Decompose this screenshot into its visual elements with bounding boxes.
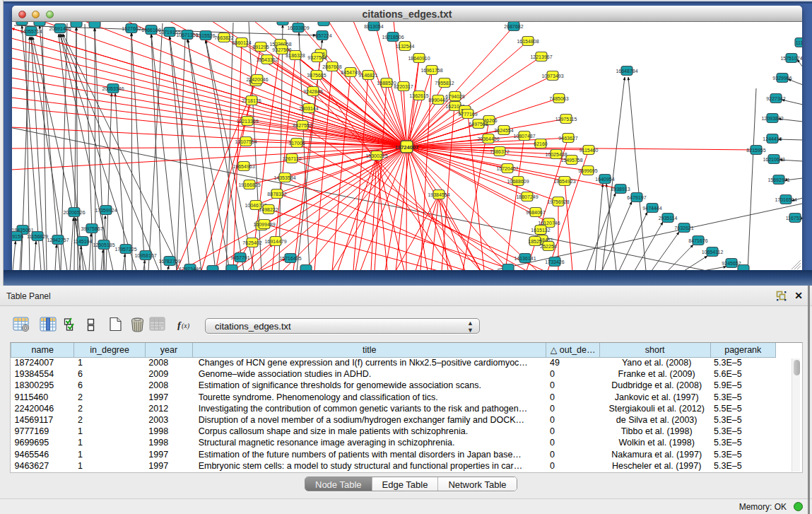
svg-text:8813054: 8813054 xyxy=(364,24,383,29)
svg-text:19756928: 19756928 xyxy=(547,199,569,204)
svg-text:2687682: 2687682 xyxy=(504,24,523,29)
svg-text:12093872: 12093872 xyxy=(761,116,783,121)
svg-text:17359924: 17359924 xyxy=(95,208,117,213)
svg-text:1244415: 1244415 xyxy=(763,136,782,141)
svg-text:18724007: 18724007 xyxy=(395,144,418,151)
svg-text:1733426: 1733426 xyxy=(545,259,564,264)
svg-text:9463627: 9463627 xyxy=(558,136,577,141)
svg-text:16120746: 16120746 xyxy=(538,221,560,226)
svg-text:10671355: 10671355 xyxy=(176,33,198,37)
svg-text:1640954: 1640954 xyxy=(595,177,614,182)
svg-text:9146821: 9146821 xyxy=(358,73,377,78)
svg-text:18640910: 18640910 xyxy=(408,56,430,61)
svg-text:891295: 891295 xyxy=(252,45,269,49)
svg-text:3624554: 3624554 xyxy=(494,128,513,133)
svg-text:10958107: 10958107 xyxy=(134,253,156,258)
svg-text:19654923: 19654923 xyxy=(553,179,575,184)
svg-text:15692971: 15692971 xyxy=(767,177,789,182)
svg-text:9327506: 9327506 xyxy=(272,47,291,52)
svg-text:12213369: 12213369 xyxy=(236,119,258,124)
svg-text:8220317: 8220317 xyxy=(394,84,413,89)
svg-text:20364436: 20364436 xyxy=(477,136,499,141)
svg-text:14055714: 14055714 xyxy=(20,29,42,34)
svg-text:10973493: 10973493 xyxy=(541,74,563,78)
svg-text:7625402: 7625402 xyxy=(242,240,261,245)
svg-text:16648784: 16648784 xyxy=(616,69,637,74)
svg-text:2935114: 2935114 xyxy=(659,216,678,221)
svg-text:19384554: 19384554 xyxy=(428,192,449,197)
svg-text:1112: 1112 xyxy=(796,40,802,45)
svg-text:6794028: 6794028 xyxy=(445,94,464,99)
svg-text:15716485: 15716485 xyxy=(279,256,301,261)
svg-text:10654112: 10654112 xyxy=(702,250,724,255)
svg-text:2803144: 2803144 xyxy=(299,106,318,111)
svg-text:62160: 62160 xyxy=(534,141,548,146)
svg-text:12505185: 12505185 xyxy=(93,243,114,247)
svg-text:8427552: 8427552 xyxy=(293,123,312,128)
svg-text:9474444: 9474444 xyxy=(642,206,661,211)
svg-text:8860124: 8860124 xyxy=(232,40,251,45)
svg-text:7386372: 7386372 xyxy=(490,149,509,154)
svg-text:7632621: 7632621 xyxy=(674,226,693,230)
svg-text:8454749: 8454749 xyxy=(341,70,360,75)
svg-text:10807487: 10807487 xyxy=(513,134,535,139)
svg-text:3267110: 3267110 xyxy=(283,156,302,161)
svg-text:1615132: 1615132 xyxy=(531,228,550,233)
svg-text:6479197: 6479197 xyxy=(627,195,646,200)
svg-text:16782759: 16782759 xyxy=(158,259,180,264)
svg-text:17957225: 17957225 xyxy=(114,247,136,252)
svg-text:8186328: 8186328 xyxy=(286,53,305,58)
svg-text:9327508: 9327508 xyxy=(307,55,326,60)
svg-text:8878332: 8878332 xyxy=(267,192,286,197)
svg-text:14353584: 14353584 xyxy=(273,175,295,180)
svg-text:17016504: 17016504 xyxy=(775,197,796,202)
svg-text:9684067: 9684067 xyxy=(526,210,545,215)
svg-text:7663822: 7663822 xyxy=(214,35,233,40)
svg-text:7515526: 7515526 xyxy=(196,33,215,38)
svg-text:252254: 252254 xyxy=(540,244,556,249)
svg-text:16543362: 16543362 xyxy=(256,57,278,62)
svg-text:22420046: 22420046 xyxy=(246,77,268,82)
svg-text:15495758: 15495758 xyxy=(560,158,582,163)
svg-text:9227342: 9227342 xyxy=(766,96,785,101)
svg-text:2718176: 2718176 xyxy=(242,98,261,103)
svg-text:16961758: 16961758 xyxy=(420,68,442,73)
svg-text:8471676: 8471676 xyxy=(688,238,707,243)
svg-text:9457791: 9457791 xyxy=(230,255,249,260)
svg-text:8215955: 8215955 xyxy=(746,148,765,153)
svg-text:7955812: 7955812 xyxy=(435,81,454,86)
svg-text:10688609: 10688609 xyxy=(507,179,529,184)
svg-text:12942757: 12942757 xyxy=(47,238,69,243)
svg-text:19218506: 19218506 xyxy=(382,35,404,40)
svg-text:1527602: 1527602 xyxy=(122,26,141,31)
svg-text:8938913: 8938913 xyxy=(611,187,630,192)
svg-text:39975867: 39975867 xyxy=(81,226,102,231)
svg-text:18807249: 18807249 xyxy=(516,194,538,199)
svg-text:12213967: 12213967 xyxy=(530,54,552,59)
svg-text:9245652: 9245652 xyxy=(722,261,741,266)
svg-text:39159: 39159 xyxy=(12,234,23,239)
svg-text:1362615: 1362615 xyxy=(409,93,428,98)
svg-text:19166825: 19166825 xyxy=(238,182,260,187)
svg-text:3875685: 3875685 xyxy=(307,73,326,78)
svg-text:20691406: 20691406 xyxy=(49,26,71,31)
svg-text:9242848: 9242848 xyxy=(303,89,322,94)
svg-text:19654963: 19654963 xyxy=(233,164,254,169)
svg-text:9699695: 9699695 xyxy=(578,168,597,173)
svg-text:20206526: 20206526 xyxy=(63,210,85,215)
svg-text:16210643: 16210643 xyxy=(763,157,784,162)
svg-text:11156829: 11156829 xyxy=(27,234,48,239)
svg-text:15300215: 15300215 xyxy=(365,153,387,158)
svg-text:16914479: 16914479 xyxy=(264,239,286,244)
svg-text:9115460: 9115460 xyxy=(579,148,599,153)
svg-text:2867608: 2867608 xyxy=(322,64,341,69)
svg-text:9777169: 9777169 xyxy=(458,112,477,117)
svg-text:1167533: 1167533 xyxy=(786,216,802,221)
svg-text:16033809: 16033809 xyxy=(287,25,309,30)
svg-text:317006: 317006 xyxy=(288,141,305,146)
svg-text:7485063: 7485063 xyxy=(549,96,568,101)
svg-text:15720407: 15720407 xyxy=(496,166,518,171)
svg-text:16154808: 16154808 xyxy=(517,39,539,44)
svg-text:1132544: 1132544 xyxy=(396,44,415,49)
svg-text:15751074: 15751074 xyxy=(780,56,802,61)
